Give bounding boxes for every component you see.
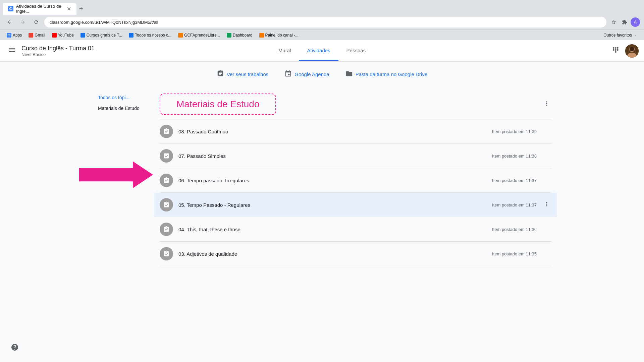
app-container: Curso de Inglês - Turma 01 Nível Básico … [0,40,644,362]
app-header: Curso de Inglês - Turma 01 Nível Básico … [0,40,644,62]
gmail-favicon [29,33,33,38]
header-right [609,43,639,58]
activity-timestamp-06: Item postado em 11:37 [492,178,537,183]
reload-button[interactable] [31,17,42,27]
activity-name-05: 05. Tempo Passado - Regulares [178,202,487,208]
sidebar-topic-label: Materiais de Estudo [98,106,140,111]
tab-title: Atividades de Curso de Inglê... [16,4,61,14]
bookmark-painel[interactable]: Painel do canal -... [257,32,301,38]
header-nav: Mural Atividades Pessoas [270,41,374,61]
layout: Todos os tópi... Materiais de Estudo [93,89,551,274]
activity-timestamp-08: Item postado em 11:39 [492,129,537,134]
bookmark-todos[interactable]: Todos os nossos c... [126,32,174,38]
calendar-icon [284,70,292,78]
top-actions: Ver seus trabalhos Google Agenda Pasta d… [93,70,551,79]
topic-section: Materiais de Estudo [160,89,551,266]
forward-button[interactable] [17,17,28,27]
activity-item-05[interactable]: 05. Tempo Passado - Regulares Item posta… [154,193,557,217]
topic-more-button[interactable] [542,99,551,110]
content-inner: Ver seus trabalhos Google Agenda Pasta d… [87,62,557,282]
bookmark-cursos[interactable]: Cursos gratis de T... [78,32,125,38]
tab-favicon [8,6,13,11]
folder-icon [345,70,353,78]
activity-timestamp-04: Item postado em 11:36 [492,227,537,232]
todos-favicon [129,33,133,38]
bookmark-painel-label: Painel do canal -... [265,33,299,38]
activity-item-03[interactable]: 03. Adjetivos de qualidade Item postado … [160,242,551,266]
activity-name-04: 04. This, that, these e those [178,227,487,232]
cursos-favicon [80,33,85,38]
bookmark-youtube[interactable]: YouTube [49,32,76,38]
arrow-annotation [79,161,153,189]
bookmark-dashboard[interactable]: Dashboard [224,32,255,38]
activity-name-03: 03. Adjetivos de qualidade [178,251,487,257]
painel-favicon [259,33,264,38]
bookmark-dashboard-label: Dashboard [233,33,253,38]
google-agenda-link[interactable]: Google Agenda [284,70,329,78]
tab-close-btn[interactable]: ✕ [67,6,71,12]
address-input[interactable] [44,17,606,27]
others-label: Outros favoritos [603,33,632,38]
topic-title-box: Materiais de Estudo [160,94,276,115]
browser-tabs: Atividades de Curso de Inglê... ✕ + [0,0,644,15]
sidebar-materiais[interactable]: Materiais de Estudo [93,103,160,114]
activity-item-04[interactable]: 04. This, that, these e those Item posta… [160,217,551,242]
activity-icon-03 [160,247,173,260]
bookmark-apps[interactable]: Apps [4,32,24,38]
apps-grid-button[interactable] [609,43,623,58]
main-area: Materiais de Estudo [160,89,551,274]
back-button[interactable] [4,17,15,27]
bookmark-gmail-label: Gmail [35,33,45,38]
activity-item-06[interactable]: 06. Tempo passado: Irregulares Item post… [160,168,551,193]
activity-more-btn-05[interactable] [542,199,551,210]
bookmark-star-button[interactable] [609,17,619,27]
bookmark-gcf[interactable]: GCFAprendeLibre... [175,32,223,38]
activity-timestamp-07: Item postado em 11:38 [492,154,537,159]
course-info: Curso de Inglês - Turma 01 Nível Básico [21,45,95,57]
ver-trabalhos-link[interactable]: Ver seus trabalhos [217,70,268,79]
svg-marker-5 [79,161,153,188]
others-favorites-btn[interactable]: Outros favoritos [601,32,640,38]
sidebar-all-topics[interactable]: Todos os tópi... [93,92,160,103]
hamburger-button[interactable] [5,43,19,58]
activity-timestamp-05: Item postado em 11:37 [492,202,537,207]
topic-header: Materiais de Estudo [160,89,551,119]
active-tab[interactable]: Atividades de Curso de Inglê... ✕ [3,3,76,15]
user-avatar[interactable] [625,44,639,58]
help-button[interactable] [8,341,21,354]
activity-list: 08. Passado Contínuo Item postado em 11:… [160,119,551,266]
profile-avatar[interactable]: A [631,17,640,27]
bookmark-gcf-label: GCFAprendeLibre... [184,33,220,38]
pink-arrow-svg [79,161,153,188]
activity-timestamp-03: Item postado em 11:35 [492,251,537,256]
pasta-drive-label: Pasta da turma no Google Drive [356,71,427,77]
tab-atividades[interactable]: Atividades [299,41,338,61]
activity-name-08: 08. Passado Contínuo [178,129,487,134]
activity-name-07: 07. Passado Simples [178,153,487,159]
ver-trabalhos-label: Ver seus trabalhos [227,71,268,77]
tab-pessoas[interactable]: Pessoas [338,41,374,61]
activity-icon-04 [160,223,173,236]
activity-icon-05 [160,198,173,212]
course-title: Curso de Inglês - Turma 01 [21,45,95,52]
browser-chrome: Atividades de Curso de Inglê... ✕ + A [0,0,644,40]
bookmark-youtube-label: YouTube [58,33,74,38]
browser-actions: A [609,17,640,27]
topic-title: Materiais de Estudo [176,99,259,109]
all-topics-label: Todos os tópi... [98,95,129,100]
bookmark-gmail[interactable]: Gmail [26,32,48,38]
activity-item-07[interactable]: 07. Passado Simples Item postado em 11:3… [160,144,551,168]
bookmarks-bar: Apps Gmail YouTube Cursos gratis de T...… [0,29,644,40]
google-agenda-label: Google Agenda [294,71,329,77]
activity-item-08[interactable]: 08. Passado Contínuo Item postado em 11:… [160,119,551,144]
dashboard-favicon [227,33,231,38]
bookmark-apps-label: Apps [13,33,22,38]
pasta-drive-link[interactable]: Pasta da turma no Google Drive [345,70,427,78]
extension-button[interactable] [620,17,629,27]
activity-name-06: 06. Tempo passado: Irregulares [178,178,487,183]
bookmark-cursos-label: Cursos gratis de T... [87,33,122,38]
gcf-favicon [178,33,183,38]
course-subtitle: Nível Básico [21,52,95,57]
tab-mural[interactable]: Mural [270,41,299,61]
new-tab-button[interactable]: + [76,4,86,14]
